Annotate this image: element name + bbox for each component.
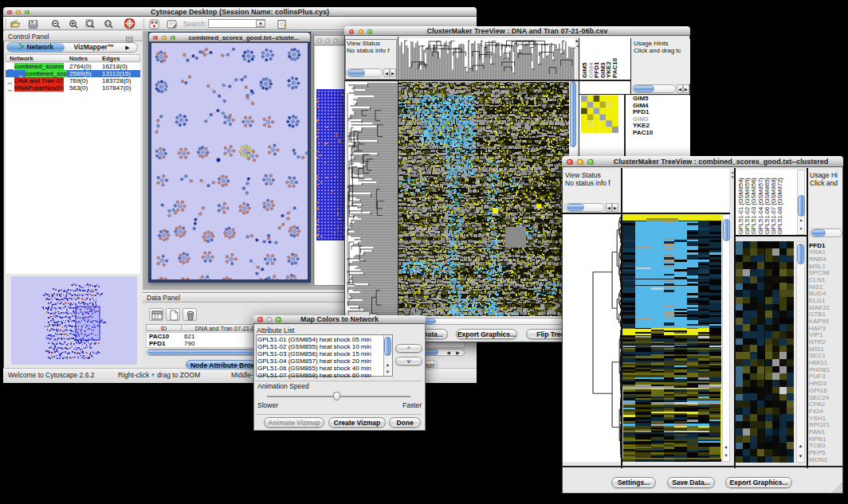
svg-text:GPL51-08 (GSM872): GPL51-08 (GSM872) <box>776 178 783 234</box>
svg-text:PAC10: PAC10 <box>611 57 618 78</box>
svg-text:1:1: 1:1 <box>105 21 111 25</box>
